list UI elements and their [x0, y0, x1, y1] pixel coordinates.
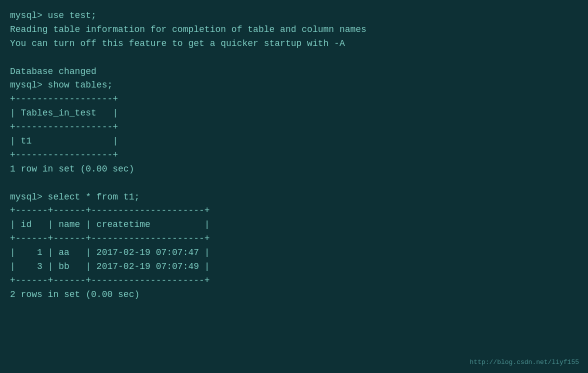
terminal-line: +------+------+---------------------+ — [10, 274, 578, 288]
watermark: http://blog.csdn.net/liyf155 — [470, 358, 579, 366]
terminal-line: | id | name | createtime | — [10, 218, 578, 232]
terminal-window: mysql> use test;Reading table informatio… — [0, 0, 588, 373]
terminal-line: mysql> show tables; — [10, 78, 578, 92]
terminal-line: | t1 | — [10, 134, 578, 148]
terminal-line: mysql> use test; — [10, 9, 578, 23]
terminal-line: 2 rows in set (0.00 sec) — [10, 288, 578, 302]
blank-line — [10, 176, 578, 190]
terminal-line: +------------------+ — [10, 148, 578, 162]
blank-line — [10, 51, 578, 65]
terminal-line: +------------------+ — [10, 92, 578, 106]
terminal-line: Database changed — [10, 65, 578, 79]
terminal-line: | 1 | aa | 2017-02-19 07:07:47 | — [10, 246, 578, 260]
terminal-line: +------+------+---------------------+ — [10, 232, 578, 246]
terminal-line: mysql> select * from t1; — [10, 190, 578, 204]
terminal-line: Reading table information for completion… — [10, 23, 578, 37]
terminal-line: +------------------+ — [10, 120, 578, 134]
terminal-line: You can turn off this feature to get a q… — [10, 37, 578, 51]
terminal-line: | Tables_in_test | — [10, 106, 578, 120]
terminal-line: +------+------+---------------------+ — [10, 204, 578, 218]
terminal-output: mysql> use test;Reading table informatio… — [10, 9, 578, 302]
terminal-line: | 3 | bb | 2017-02-19 07:07:49 | — [10, 260, 578, 274]
terminal-line: 1 row in set (0.00 sec) — [10, 162, 578, 176]
